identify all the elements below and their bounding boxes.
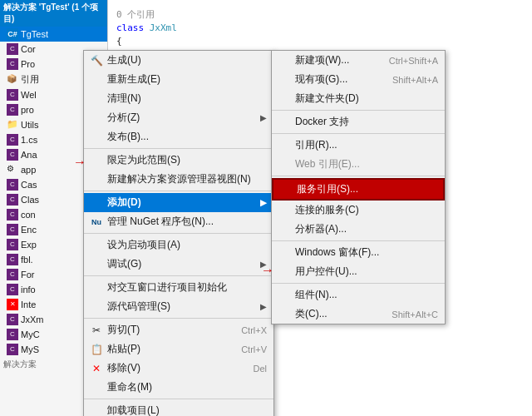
code-class-decl: class JxXml [116,22,524,35]
existing-item-icon [277,72,292,87]
cs-icon-3: C [7,89,18,101]
rebuild-icon [89,72,104,87]
submenu-new-item[interactable]: 新建项(W)... Ctrl+Shift+A [272,51,445,70]
analyze-icon [89,111,104,126]
cs-icon-4: C [7,104,18,116]
menu-item-rebuild[interactable]: 重新生成(E) [84,70,273,89]
docker-icon [277,115,292,130]
clean-icon [89,92,104,106]
sub-sep-4 [272,240,445,241]
context-menu-main: 🔨 生成(U) 重新生成(E) 清理(N) 分析(Z) ▶ 发布(B)... 限… [83,50,274,416]
cs-icon-2: C [7,58,18,70]
separator-4 [84,275,273,276]
cs-icon-17: C [7,329,18,340]
winform-icon [277,245,292,260]
menu-item-clean[interactable]: 清理(N) [84,89,273,108]
cs-icon-9: C [7,209,18,220]
menu-item-scm[interactable]: 源代码管理(S) ▶ [84,297,273,316]
submenu-existing-item[interactable]: 现有项(G)... Shift+Alt+A [272,70,445,89]
usercontrol-icon [277,265,292,280]
menu-item-new-explorer[interactable]: 新建解决方案资源管理器视图(N) [84,170,273,189]
new-item-icon [277,53,292,68]
paste-shortcut: Ctrl+V [241,344,267,354]
remove-shortcut: Del [253,364,267,374]
tree-item-tgtest[interactable]: C# TgTest [0,27,107,42]
submenu-web-ref[interactable]: Web 引用(E)... [272,155,445,174]
startup-icon [89,238,104,253]
analyzer-icon [277,222,292,237]
sub-sep-3 [272,176,445,176]
cs-icon-5: C [7,134,18,146]
sub-sep-5 [272,283,445,284]
submenu-service-ref[interactable]: 服务引用(S)... [272,178,445,201]
publish-icon [89,130,104,145]
code-open-brace: { [116,35,524,48]
submenu-component[interactable]: 组件(N)... [272,285,445,305]
interactive-icon [89,280,104,295]
code-ref-count-1: 0 个引用 [116,8,524,22]
rename-icon [89,380,104,395]
menu-item-build[interactable]: 🔨 生成(U) [84,51,273,70]
menu-item-nuget[interactable]: Nu 管理 NuGet 程序包(N)... [84,212,273,231]
menu-item-publish[interactable]: 发布(B)... [84,127,273,146]
cs-icon: C [7,43,18,55]
submenu-new-folder[interactable]: 新建文件夹(D) [272,89,445,108]
unload-icon [89,404,104,417]
remove-icon: ✕ [89,361,104,376]
web-ref-icon [277,157,292,172]
submenu-winform[interactable]: Windows 窗体(F)... [272,243,445,262]
cut-shortcut: Ctrl+X [241,325,267,335]
submenu-reference[interactable]: 引用(R)... [272,136,445,155]
submenu-class[interactable]: 类(C)... Shift+Alt+C [272,305,445,324]
sub-sep-2 [272,133,445,134]
submenu-analyzer[interactable]: 分析器(A)... [272,220,445,239]
class-icon [277,307,292,322]
menu-item-interactive[interactable]: 对交互窗口进行项目初始化 [84,278,273,297]
cs-icon-18: C [7,344,18,355]
submenu-connected-service[interactable]: 连接的服务(C) [272,201,445,220]
separator-6 [84,399,273,399]
scm-arrow: ▶ [260,302,267,311]
connected-service-icon [277,203,292,218]
solution-title: 解决方案 'TgTest' (1 个项目) [0,0,107,27]
config-icon: ⚙ [7,164,18,176]
separator-1 [84,148,273,149]
paste-icon: 📋 [89,342,104,357]
separator-3 [84,233,273,234]
menu-item-add[interactable]: 添加(D) ▶ [84,193,273,212]
cs-icon-6: C [7,149,18,161]
menu-item-analyze[interactable]: 分析(Z) ▶ [84,108,273,127]
menu-item-startup[interactable]: 设为启动项目(A) [84,235,273,255]
cs-icon-13: C [7,269,18,280]
folder-icon: 📁 [7,119,18,131]
cs-icon-14: C [7,284,18,295]
new-explorer-icon [89,172,104,187]
submenu-usercontrol[interactable]: 用户控件(U)... [272,262,445,281]
menu-item-rename[interactable]: 重命名(M) [84,378,273,397]
project-icon: C# [7,28,18,40]
existing-item-shortcut: Shift+Alt+A [392,75,438,85]
cut-icon: ✂ [89,323,104,338]
menu-item-unload[interactable]: 卸载项目(L) [84,401,273,416]
cs-icon-8: C [7,194,18,206]
menu-item-paste[interactable]: 📋 粘贴(P) Ctrl+V [84,339,273,359]
cs-icon-16: C [7,314,18,325]
class-shortcut: Shift+Alt+C [392,310,438,319]
submenu-docker[interactable]: Docker 支持 [272,112,445,131]
scope-icon [89,153,104,168]
menu-item-scope[interactable]: 限定为此范围(S) [84,151,273,170]
debug-icon [89,257,104,272]
cs-icon-11: C [7,239,18,250]
red-arrow-2: → [261,263,274,278]
cs-icon-12: C [7,254,18,265]
ref-icon: 📦 [7,74,18,86]
cs-icon-7: C [7,179,18,191]
component-icon [277,288,292,303]
menu-item-remove[interactable]: ✕ 移除(V) Del [84,359,273,378]
menu-item-debug[interactable]: 调试(G) ▶ [84,255,273,274]
separator-5 [84,318,273,319]
reference-icon [277,138,292,153]
add-arrow: ▶ [260,198,267,207]
menu-item-cut[interactable]: ✂ 剪切(T) Ctrl+X [84,320,273,339]
service-ref-icon [278,182,293,197]
